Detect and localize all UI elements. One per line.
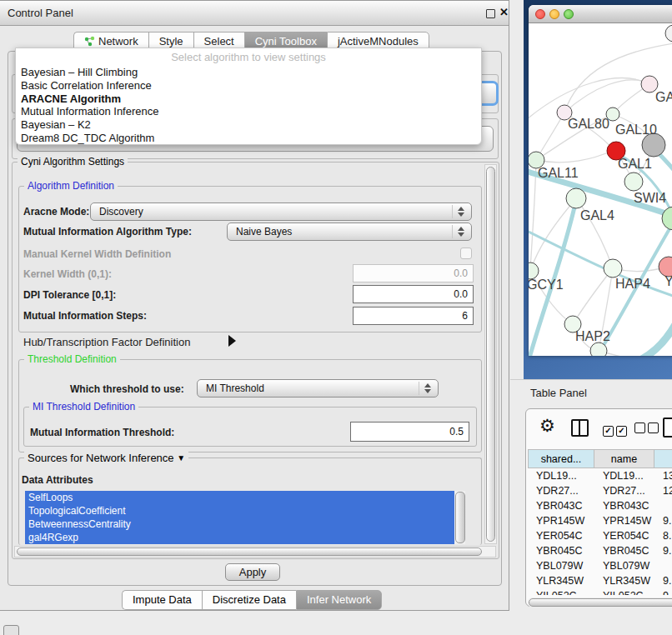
table-panel: ⚙ ✓✓ shared... name YDL19... YDL19... 13… <box>525 408 672 607</box>
mi-steps-label: Mutual Information Steps: <box>23 310 147 322</box>
hub-definition-toggle-label[interactable]: Hub/Transcription Factor Definition <box>23 336 190 348</box>
aracne-mode-combobox[interactable]: Discovery <box>90 202 472 221</box>
table-row[interactable]: YBR043C YBR043C <box>528 498 672 513</box>
node-label: Y <box>664 274 672 289</box>
network-graph[interactable] <box>529 23 672 356</box>
kernel-width-label: Kernel Width (0,1): <box>23 268 112 280</box>
attribute-item-selected[interactable]: TopologicalCoefficient <box>25 504 454 518</box>
minimize-button[interactable] <box>549 9 559 19</box>
algorithm-dropdown-popup: Select algorithm to view settings Bayesi… <box>15 48 482 145</box>
network-node-hap4[interactable] <box>604 259 622 278</box>
mi-threshold-label: Mutual Information Threshold: <box>30 427 174 438</box>
table-row[interactable]: YBL079W YBL079W <box>528 558 672 573</box>
close-panel-icon[interactable]: ✕ <box>499 6 509 18</box>
column-header-shared-name[interactable]: shared... <box>528 449 594 468</box>
tab-impute-data[interactable]: Impute Data <box>122 590 202 610</box>
column-header-name[interactable]: name <box>594 449 654 468</box>
dpi-tolerance-label: DPI Tolerance [0,1]: <box>23 289 116 301</box>
mi-steps-field[interactable] <box>353 307 474 325</box>
attribute-item-selected[interactable]: BetweennessCentrality <box>25 518 454 531</box>
algorithm-definition-title: Algorithm Definition <box>24 180 118 192</box>
table-settings-gear-icon[interactable]: ⚙ <box>539 416 555 436</box>
column-header-partial[interactable] <box>654 449 672 468</box>
data-attributes-list: SelfLoops TopologicalCoefficient Between… <box>25 491 465 544</box>
network-node[interactable] <box>624 172 643 191</box>
node-label: HAP2 <box>575 329 610 344</box>
node-label: GAL4 <box>580 208 614 223</box>
table-header-row: shared... name <box>528 449 672 468</box>
table-row[interactable]: YIL052C YIL052C 9. <box>528 588 672 595</box>
table-row[interactable]: YPR145W YPR145W 9. <box>528 513 672 528</box>
new-table-icon[interactable] <box>663 418 672 438</box>
network-tab-icon <box>84 36 95 47</box>
table-row[interactable]: YDL19... YDL19... 13 <box>528 468 672 483</box>
collapsed-arrow-icon[interactable] <box>228 335 236 347</box>
zoom-button[interactable] <box>564 9 574 19</box>
apply-button[interactable]: Apply <box>225 563 280 581</box>
table-row[interactable]: YER054C YER054C 8. <box>528 528 672 543</box>
attribute-item-selected[interactable]: gal4RGexp <box>25 531 454 544</box>
expanded-arrow-icon[interactable]: ▼ <box>177 453 185 462</box>
table-row[interactable]: YDR27... YDR27... 12 <box>528 483 672 498</box>
tab-infer-network[interactable]: Infer Network <box>296 590 382 610</box>
mi-threshold-field[interactable] <box>350 422 469 442</box>
network-node[interactable] <box>665 25 672 42</box>
attribute-item-selected[interactable]: SelfLoops <box>25 491 454 504</box>
show-columns-icon[interactable] <box>571 419 589 437</box>
data-attributes-label: Data Attributes <box>22 474 93 486</box>
table-toolbar: ⚙ ✓✓ <box>526 409 672 448</box>
mi-threshold-definition-title: MI Threshold Definition <box>29 401 138 412</box>
table-horizontal-scrollbar[interactable] <box>528 598 672 608</box>
panel-title: Control Panel <box>8 7 73 19</box>
close-button[interactable] <box>535 9 545 19</box>
deselect-all-columns-icon[interactable] <box>634 422 661 437</box>
network-node-gal4[interactable] <box>566 188 586 208</box>
threshold-definition-title: Threshold Definition <box>24 353 120 365</box>
algorithm-option[interactable]: Dream8 DC_TDC Algorithm <box>16 132 481 145</box>
network-view-window: GAL GAL80 GAL10 GAL1 GAL11 SWI4 GAL4 GCY… <box>529 5 672 356</box>
algorithm-option[interactable]: Basic Correlation Inference <box>16 79 481 92</box>
algorithm-popup-placeholder: Select algorithm to view settings <box>16 48 481 66</box>
aracne-mode-value: Discovery <box>91 206 143 218</box>
which-threshold-combobox[interactable]: MI Threshold <box>197 379 439 398</box>
node-label: HAP4 <box>615 277 650 292</box>
algorithm-option-selected[interactable]: ARACNE Algorithm <box>16 92 481 106</box>
cyni-algorithm-settings-title: Cyni Algorithm Settings <box>18 156 128 168</box>
node-label: GAL1 <box>618 157 652 172</box>
network-node[interactable] <box>590 342 607 356</box>
which-threshold-label: Which threshold to use: <box>70 383 184 395</box>
table-body: YDL19... YDL19... 13 YDR27... YDR27... 1… <box>528 468 672 595</box>
mi-type-label: Mutual Information Algorithm Type: <box>23 226 192 238</box>
float-panel-icon[interactable] <box>486 9 495 18</box>
which-threshold-value: MI Threshold <box>198 382 264 394</box>
table-panel-separator <box>510 379 672 380</box>
manual-kernel-label: Manual Kernel Width Definition <box>23 248 171 260</box>
network-node-gcy1[interactable] <box>529 262 539 279</box>
aracne-mode-label: Aracne Mode: <box>23 206 89 218</box>
mi-type-value: Naive Bayes <box>228 226 292 238</box>
node-label: GCY1 <box>529 278 564 292</box>
settings-vertical-scrollbar[interactable] <box>484 164 497 544</box>
node-label: GAL11 <box>538 166 579 181</box>
tab-discretize-data[interactable]: Discretize Data <box>202 590 296 610</box>
algorithm-option[interactable]: Mutual Information Inference <box>16 105 481 118</box>
mi-type-combobox[interactable]: Naive Bayes <box>227 222 472 241</box>
table-panel-title: Table Panel <box>530 387 587 399</box>
combo-arrows-icon <box>457 206 464 218</box>
select-all-columns-icon[interactable]: ✓✓ <box>603 422 629 437</box>
sources-group-title: Sources for Network Inference ▼ <box>24 452 188 464</box>
combo-arrows-icon <box>457 226 464 238</box>
algorithm-option[interactable]: Bayesian – K2 <box>16 118 481 132</box>
dpi-tolerance-field[interactable] <box>353 285 474 303</box>
network-canvas[interactable] <box>529 23 672 356</box>
combo-arrows-icon <box>424 382 431 394</box>
node-label: GAL10 <box>615 122 657 138</box>
attributes-scrollbar[interactable] <box>454 491 465 544</box>
algorithm-option[interactable]: Bayesian – Hill Climbing <box>16 66 481 79</box>
settings-horizontal-scrollbar[interactable] <box>14 546 496 558</box>
cyni-bottom-tabbar: Impute Data Discretize Data Infer Networ… <box>122 590 382 610</box>
node-label: GAL <box>655 90 672 105</box>
table-row[interactable]: YBR045C YBR045C 9. <box>528 543 672 558</box>
minimized-panel-icon[interactable] <box>3 625 19 635</box>
table-row[interactable]: YLR345W YLR345W 9. <box>528 573 672 588</box>
